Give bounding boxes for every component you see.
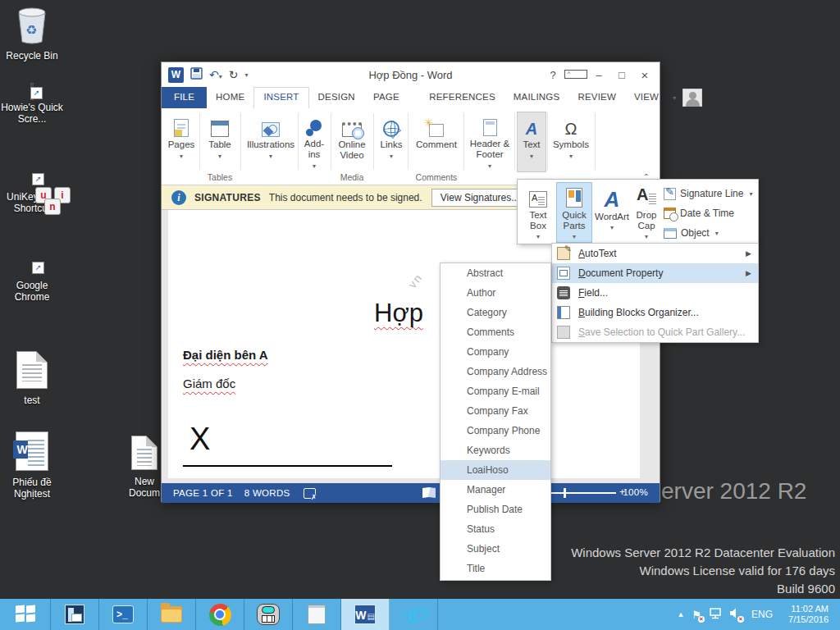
tab-home[interactable]: HOME xyxy=(207,87,253,108)
submenu-item-title[interactable]: Title xyxy=(441,559,550,578)
desktop-version-watermark: erver 2012 R2 xyxy=(661,478,806,504)
clock-time: 11:02 AM xyxy=(788,604,829,614)
taskbar-server-manager[interactable] xyxy=(51,599,99,630)
word-count[interactable]: 8 WORDS xyxy=(244,488,290,498)
tab-view[interactable]: VIEW xyxy=(625,87,668,108)
license-line-3: Build 9600 xyxy=(571,580,835,598)
taskbar-internet-explorer[interactable]: e xyxy=(390,599,438,630)
menu-item-building-blocks-organizer[interactable]: Building Blocks Organizer... xyxy=(552,303,758,322)
desktop-icon-google-chrome[interactable]: Google Chrome xyxy=(1,262,63,303)
desktop-icon-howies-quick-screen[interactable]: Howie's Quick Scre... xyxy=(1,84,63,125)
object-button[interactable]: Object▾ xyxy=(664,223,757,243)
submenu-item-abstract[interactable]: Abstract xyxy=(441,263,550,283)
menu-item-autotext[interactable]: AutoText ▶ xyxy=(552,244,758,263)
page-indicator[interactable]: PAGE 1 OF 1 xyxy=(173,488,233,498)
view-signatures-button[interactable]: View Signatures... xyxy=(431,189,528,207)
wordart-button[interactable]: WordArt xyxy=(593,183,631,242)
header-footer-button[interactable]: Header & Footer xyxy=(467,112,513,171)
drop-cap-button[interactable]: Drop Cap xyxy=(631,183,662,242)
menu-item-document-property[interactable]: Document Property ▶ xyxy=(552,263,758,283)
close-button[interactable]: × xyxy=(633,68,656,82)
tab-design[interactable]: DESIGN xyxy=(309,87,364,108)
zoom-slider-track[interactable] xyxy=(546,492,616,494)
zoom-level[interactable]: 100% xyxy=(623,487,648,497)
language-indicator[interactable]: ENG xyxy=(748,609,776,620)
pages-button[interactable]: Pages xyxy=(167,112,196,171)
submenu-item-category[interactable]: Category xyxy=(441,303,550,322)
tab-review[interactable]: REVIEW xyxy=(568,87,625,108)
submenu-item-author[interactable]: Author xyxy=(441,283,550,303)
ribbon-display-options-button[interactable] xyxy=(564,69,587,81)
desktop-icon-phieu-de-nghi[interactable]: W Phiếu đề Nghịtest xyxy=(1,431,63,500)
online-video-button[interactable]: Online Video xyxy=(332,112,372,171)
submenu-item-status[interactable]: Status xyxy=(441,519,550,539)
show-hidden-icons-button[interactable]: ▲ xyxy=(677,610,684,619)
date-time-button[interactable]: Date & Time xyxy=(664,203,757,223)
submenu-item-comments[interactable]: Comments xyxy=(441,322,550,342)
autotext-icon xyxy=(557,247,570,260)
desktop-icon-label: Phiếu đề Nghịtest xyxy=(1,477,63,500)
document-property-icon xyxy=(557,267,570,280)
taskbar: >_ W e ▲ ⚑ ENG 11:02 AM 7/15/2016 xyxy=(0,599,840,630)
links-button[interactable]: Links xyxy=(377,112,406,171)
window-controls: ? – □ × xyxy=(541,62,656,87)
tab-references[interactable]: REFERENCES xyxy=(420,87,504,108)
text-box-icon xyxy=(529,183,547,208)
redo-icon[interactable]: ↻ xyxy=(229,68,239,81)
file-explorer-icon xyxy=(161,606,182,623)
tab-insert[interactable]: INSERT xyxy=(253,87,308,108)
submenu-item-publish-date[interactable]: Publish Date xyxy=(441,500,550,519)
submenu-item-manager[interactable]: Manager xyxy=(441,480,550,500)
taskbar-notepad[interactable] xyxy=(293,599,341,630)
zoom-slider-handle[interactable] xyxy=(564,488,566,498)
network-icon[interactable] xyxy=(709,608,722,622)
system-tray: ▲ ⚑ ENG 11:02 AM 7/15/2016 xyxy=(677,599,840,630)
save-icon[interactable] xyxy=(190,67,203,83)
maximize-button[interactable]: □ xyxy=(610,69,633,81)
desktop-icon-test[interactable]: test xyxy=(1,351,63,406)
action-center-flag-icon[interactable]: ⚑ xyxy=(692,609,701,621)
proofing-errors-icon[interactable] xyxy=(304,488,316,499)
table-button[interactable]: Table xyxy=(204,112,235,171)
submenu-item-loaihoso[interactable]: LoaiHoso xyxy=(441,460,550,480)
submenu-item-company-email[interactable]: Company E-mail xyxy=(441,381,550,401)
minimize-button[interactable]: – xyxy=(587,69,610,81)
tab-file[interactable]: FILE xyxy=(162,87,207,108)
submenu-item-company-fax[interactable]: Company Fax xyxy=(441,401,550,421)
submenu-item-company-phone[interactable]: Company Phone xyxy=(441,421,550,441)
text-box-button[interactable]: Text Box xyxy=(521,183,555,242)
undo-icon[interactable]: ↶▾ xyxy=(209,68,222,81)
ribbon: Pages Table Illustrations Add-ins Online… xyxy=(162,108,660,185)
add-ins-button[interactable]: Add-ins xyxy=(299,112,329,171)
customize-qat-icon[interactable]: ▾ xyxy=(244,71,248,79)
menu-item-field[interactable]: Field... xyxy=(552,283,758,303)
desktop-icon-recycle-bin[interactable]: ♻ Recycle Bin xyxy=(1,5,63,62)
notepad-icon xyxy=(308,605,326,624)
text-icon xyxy=(526,112,537,137)
quick-parts-button[interactable]: Quick Parts xyxy=(557,183,591,242)
submenu-item-company-address[interactable]: Company Address xyxy=(441,362,550,381)
submenu-item-subject[interactable]: Subject xyxy=(441,539,550,559)
help-button[interactable]: ? xyxy=(541,69,564,81)
tab-mailings[interactable]: MAILINGS xyxy=(504,87,569,108)
tab-page-layout[interactable]: PAGE LAYOUT xyxy=(364,87,420,108)
start-button[interactable] xyxy=(0,599,51,630)
taskbar-word-active[interactable]: W xyxy=(341,599,390,630)
illustrations-button[interactable]: Illustrations xyxy=(245,112,296,171)
read-mode-icon[interactable] xyxy=(422,487,436,498)
text-button[interactable]: Text xyxy=(518,112,546,171)
desktop-icon-unikey[interactable]: uin UniKeyNT - Shortcut xyxy=(1,174,63,214)
user-avatar[interactable] xyxy=(682,89,702,107)
volume-muted-icon[interactable] xyxy=(729,608,741,621)
signature-line-button[interactable]: Signature Line▾ xyxy=(664,184,757,203)
symbols-button[interactable]: Symbols xyxy=(550,112,591,171)
chevron-down-icon[interactable]: ▾ xyxy=(673,94,676,102)
taskbar-howies-app[interactable] xyxy=(244,599,293,630)
submenu-item-company[interactable]: Company xyxy=(441,342,550,362)
comment-button[interactable]: Comment xyxy=(411,112,462,171)
submenu-item-keywords[interactable]: Keywords xyxy=(441,441,550,460)
taskbar-clock[interactable]: 11:02 AM 7/15/2016 xyxy=(783,604,833,625)
taskbar-powershell[interactable]: >_ xyxy=(99,599,148,630)
taskbar-file-explorer[interactable] xyxy=(148,599,196,630)
taskbar-chrome[interactable] xyxy=(196,599,244,630)
